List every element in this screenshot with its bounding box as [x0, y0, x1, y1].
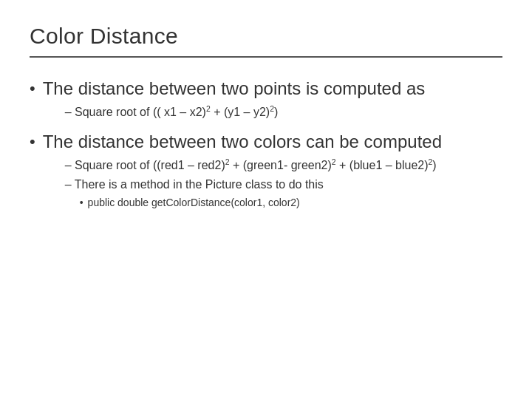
title-section: Color Distance [30, 24, 502, 58]
bullet-text-large-2: The distance between two colors can be c… [43, 132, 442, 151]
bullet-text-large-1: The distance between two points is compu… [43, 78, 426, 98]
sub-sub-bullet-item-1: • public double getColorDistance(color1,… [80, 195, 324, 210]
sub-bullet-item-2a: – Square root of ((red1 – red2)2 + (gree… [65, 157, 442, 174]
bullet-dot-2: • [30, 132, 35, 153]
sub-bullets-1: – Square root of (( x1 – x2)2 + (y1 – y2… [65, 103, 426, 121]
sub-bullets-2: – Square root of ((red1 – red2)2 + (gree… [65, 157, 442, 210]
sub-bullet-item-2b: – There is a method in the Picture class… [65, 176, 442, 210]
sub-sub-bullet-text-1: public double getColorDistance(color1, c… [88, 195, 300, 210]
bullet-item-2: • The distance between two colors can be… [30, 130, 502, 216]
slide-title: Color Distance [30, 24, 502, 49]
sub-bullet-item-1: – Square root of (( x1 – x2)2 + (y1 – y2… [65, 103, 426, 121]
bullet-text-1: The distance between two points is compu… [43, 77, 426, 127]
sub-bullet-text-1: – Square root of (( x1 – x2)2 + (y1 – y2… [65, 103, 279, 121]
bullet-item-1: • The distance between two points is com… [30, 77, 502, 127]
sub-bullet-container-2b: – There is a method in the Picture class… [65, 176, 324, 210]
sub-bullet-text-2a: – Square root of ((red1 – red2)2 + (gree… [65, 157, 437, 174]
sub-sub-bullet-dot-1: • [80, 195, 83, 210]
bullet-text-2: The distance between two colors can be c… [43, 130, 442, 216]
slide-content: • The distance between two points is com… [30, 71, 502, 375]
bullet-dot-1: • [30, 78, 35, 100]
sub-sub-bullets-1: • public double getColorDistance(color1,… [80, 195, 324, 210]
sub-bullet-text-2b: – There is a method in the Picture class… [65, 178, 324, 191]
slide: Color Distance • The distance between tw… [0, 0, 532, 399]
